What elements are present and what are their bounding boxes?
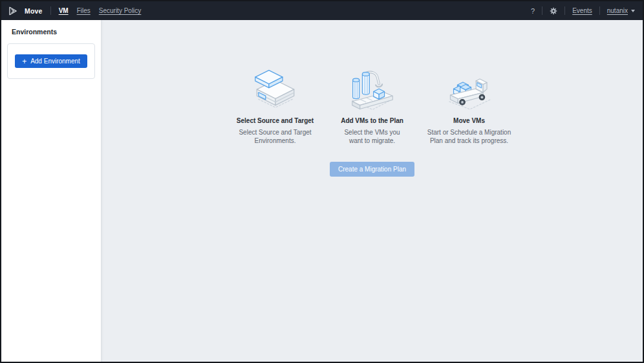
tab-security-policy[interactable]: Security Policy xyxy=(99,7,142,14)
app-window: Move VM Files Security Policy ? xyxy=(0,0,644,363)
add-environment-label: Add Environment xyxy=(30,58,80,65)
environments-card: + Add Environment xyxy=(7,43,95,79)
product-name: Move xyxy=(25,7,43,15)
step-title: Select Source and Target xyxy=(237,117,314,124)
step-title: Move VMs xyxy=(453,117,485,124)
step-description: Select the VMs you want to migrate. xyxy=(341,128,403,145)
divider xyxy=(542,6,542,15)
primary-tabs: VM Files Security Policy xyxy=(59,7,142,14)
truck-icon xyxy=(445,65,494,111)
chevron-down-icon xyxy=(631,10,635,12)
tab-vm[interactable]: VM xyxy=(59,7,69,14)
divider xyxy=(564,6,565,15)
step-description: Start or Schedule a Migration Plan and t… xyxy=(424,128,515,145)
main-content: Select Source and Target Select Source a… xyxy=(102,20,643,362)
help-icon[interactable]: ? xyxy=(531,7,535,15)
step-move-vms: Move VMs Start or Schedule a Migration P… xyxy=(421,65,518,145)
tab-files[interactable]: Files xyxy=(77,7,91,14)
user-menu[interactable]: nutanix xyxy=(607,7,635,14)
step-add-vms-to-plan: Add VMs to the Plan Select the VMs you w… xyxy=(324,65,421,145)
sidebar-title: Environments xyxy=(1,28,101,36)
plus-icon: + xyxy=(22,58,27,65)
step-description: Select Source and Target Environments. xyxy=(236,128,315,145)
nutanix-move-logo-icon xyxy=(8,6,18,16)
divider xyxy=(599,6,600,15)
step-title: Add VMs to the Plan xyxy=(341,117,403,124)
environments-sidebar: Environments + Add Environment xyxy=(1,20,102,362)
create-migration-plan-button[interactable]: Create a Migration Plan xyxy=(330,162,414,177)
top-navigation-bar: Move VM Files Security Policy ? xyxy=(1,1,643,20)
events-link[interactable]: Events xyxy=(572,7,592,14)
add-environment-button[interactable]: + Add Environment xyxy=(15,54,87,68)
user-menu-label: nutanix xyxy=(607,7,628,14)
divider xyxy=(50,6,51,15)
onboarding-steps: Select Source and Target Select Source a… xyxy=(102,65,643,145)
robot-arm-icon xyxy=(348,65,397,111)
step-select-source-and-target: Select Source and Target Select Source a… xyxy=(227,65,324,145)
settings-gear-icon[interactable] xyxy=(550,7,557,15)
stack-icon xyxy=(251,65,300,111)
